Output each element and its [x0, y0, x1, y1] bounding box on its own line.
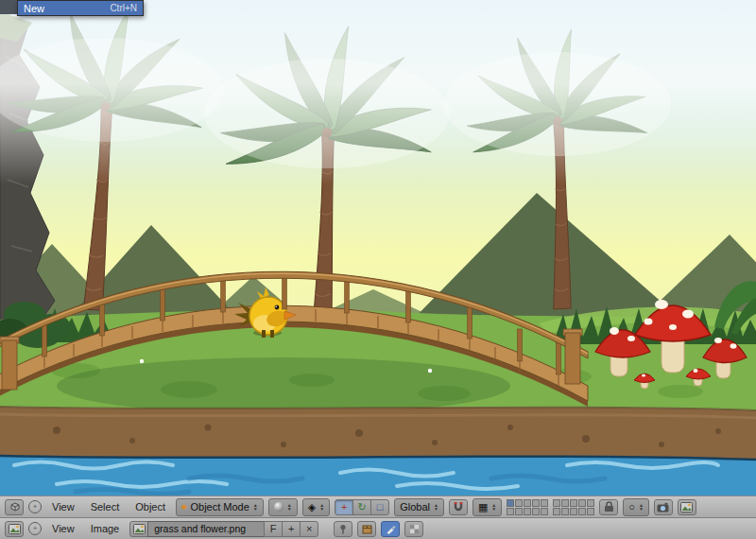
- layer-toggle[interactable]: [587, 508, 594, 515]
- arrow-down-icon: ▼: [319, 507, 324, 511]
- arrow-down-icon: ▼: [287, 507, 292, 511]
- arrow-down-icon: ▼: [434, 507, 438, 511]
- layer-toggle[interactable]: [515, 499, 523, 507]
- dropdown-arrows-icon: ▲▼: [491, 503, 496, 511]
- snap-toggle-button[interactable]: [449, 499, 468, 515]
- browse-image-button[interactable]: [129, 521, 148, 537]
- dropdown-arrows-icon: ▲▼: [639, 503, 644, 511]
- viewport-shading-icon: [274, 502, 284, 512]
- object-mode-icon: ■: [181, 502, 186, 512]
- layer-grid-1: [507, 499, 548, 515]
- dropdown-arrows-icon: ▲▼: [319, 503, 324, 511]
- layer-toggle[interactable]: [561, 508, 569, 515]
- dropdown-arrows-icon: ▲▼: [434, 503, 438, 511]
- layer-toggle[interactable]: [524, 508, 531, 515]
- mode-dropdown[interactable]: ■ Object Mode ▲▼: [176, 498, 264, 516]
- arrow-down-icon: ▼: [491, 507, 496, 511]
- pin-icon: [338, 524, 348, 534]
- layer-toggle[interactable]: [578, 508, 586, 515]
- translate-manipulator-button[interactable]: +: [335, 499, 353, 515]
- layer-toggle[interactable]: [553, 499, 560, 507]
- orientation-dropdown[interactable]: Global ▲▼: [394, 498, 444, 516]
- browse-image-icon: [133, 524, 146, 534]
- menu-view[interactable]: View: [46, 499, 80, 514]
- checkerboard-icon: [409, 524, 420, 534]
- scale-manipulator-button[interactable]: □: [370, 499, 389, 515]
- dirt-bank[interactable]: [0, 407, 756, 460]
- package-icon: [362, 524, 372, 534]
- collapse-menus-icon[interactable]: +: [28, 522, 42, 535]
- editor-type-button[interactable]: [5, 499, 24, 515]
- viewport-3d[interactable]: [0, 0, 756, 496]
- paint-mode-button[interactable]: [381, 521, 400, 537]
- viewport-scene[interactable]: [0, 0, 756, 496]
- pivot-point-icon: ◈: [308, 501, 316, 513]
- rotate-manipulator-button[interactable]: ↻: [352, 499, 371, 515]
- render-image-button[interactable]: [678, 499, 696, 515]
- menu-object[interactable]: Object: [129, 499, 171, 514]
- image-editor-icon: [9, 524, 21, 534]
- shading-dropdown[interactable]: ▲▼: [268, 498, 298, 516]
- collapse-menus-icon[interactable]: +: [28, 500, 42, 513]
- mode-dropdown-value: Object Mode: [190, 501, 249, 513]
- menu-image[interactable]: Image: [85, 521, 126, 536]
- menu-select[interactable]: Select: [85, 499, 126, 514]
- view3d-header: + View Select Object ■ Object Mode ▲▼ ▲▼…: [0, 496, 756, 517]
- layer-toggle[interactable]: [532, 508, 540, 515]
- layer-toggle[interactable]: [532, 499, 540, 507]
- editor-type-button[interactable]: [5, 521, 24, 537]
- image-datablock-field: grass and flower.png F + ×: [129, 521, 318, 537]
- manipulator-buttons: + ↻ □: [335, 499, 389, 515]
- camera-icon: [657, 502, 669, 513]
- menu-item-new[interactable]: New Ctrl+N: [18, 1, 143, 15]
- layer-toggle[interactable]: [578, 499, 586, 507]
- layer-toggle[interactable]: [507, 508, 514, 515]
- water-river[interactable]: [0, 456, 756, 496]
- fog-overlay: [0, 0, 756, 184]
- context-menu: New Ctrl+N: [17, 0, 144, 16]
- image-name-input[interactable]: grass and flower.png: [147, 521, 265, 537]
- layer-toggle[interactable]: [561, 499, 569, 507]
- layer-toggle[interactable]: [553, 508, 560, 515]
- paintbrush-icon: [386, 524, 396, 534]
- new-image-button[interactable]: +: [282, 521, 301, 537]
- photo-icon: [680, 502, 693, 513]
- proportional-edit-icon: ○: [628, 501, 635, 513]
- lock-icon: [604, 501, 614, 513]
- proportional-edit-dropdown[interactable]: ○ ▲▼: [623, 498, 649, 516]
- menu-item-shortcut: Ctrl+N: [110, 3, 137, 13]
- orientation-dropdown-value: Global: [400, 501, 430, 513]
- layer-toggle[interactable]: [524, 499, 531, 507]
- arrow-down-icon: ▼: [639, 507, 644, 511]
- menu-item-label: New: [24, 3, 44, 14]
- layer-toggle[interactable]: [570, 508, 577, 515]
- layer-toggle[interactable]: [587, 499, 594, 507]
- layer-grid-2: [553, 499, 594, 515]
- fake-user-button[interactable]: F: [264, 521, 283, 537]
- layer-toggle[interactable]: [515, 508, 523, 515]
- snap-element-icon: ▦: [478, 501, 488, 513]
- display-channels-button[interactable]: [404, 521, 423, 537]
- render-button[interactable]: [654, 499, 673, 515]
- arrow-down-icon: ▼: [253, 507, 258, 511]
- dropdown-arrows-icon: ▲▼: [253, 503, 258, 511]
- info-header-fragment: [0, 0, 17, 14]
- pin-image-button[interactable]: [334, 521, 352, 537]
- snap-element-dropdown[interactable]: ▦ ▲▼: [472, 498, 502, 516]
- dropdown-arrows-icon: ▲▼: [287, 503, 292, 511]
- lock-to-scene-button[interactable]: [599, 499, 618, 515]
- pack-image-button[interactable]: [357, 521, 376, 537]
- pivot-dropdown[interactable]: ◈ ▲▼: [302, 498, 330, 516]
- layer-toggle[interactable]: [541, 499, 548, 507]
- view3d-editor-icon: [9, 501, 21, 513]
- layer-toggle[interactable]: [570, 499, 577, 507]
- menu-view[interactable]: View: [46, 521, 80, 536]
- layer-toggle[interactable]: [541, 508, 548, 515]
- layer-toggle[interactable]: [507, 499, 514, 507]
- unlink-image-button[interactable]: ×: [300, 521, 318, 537]
- magnet-icon: [453, 501, 464, 513]
- image-editor-header: + View Image grass and flower.png F + ×: [0, 517, 756, 539]
